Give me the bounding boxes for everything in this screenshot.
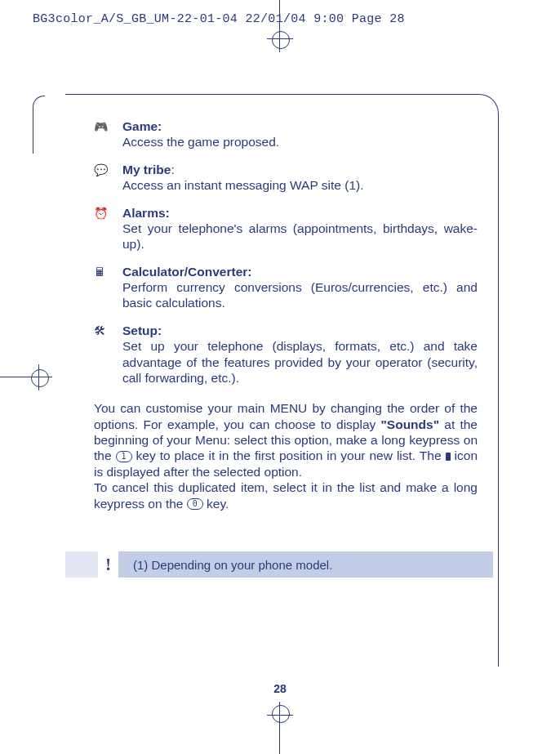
item-title: My tribe bbox=[122, 163, 171, 176]
key-0-icon: 0 bbox=[187, 498, 203, 510]
item-title: Setup: bbox=[122, 323, 162, 337]
title-suffix: : bbox=[171, 163, 174, 176]
key-1-icon: 1 bbox=[116, 451, 132, 462]
menu-item-setup: 🛠 Setup: Set up your telephone (displays… bbox=[94, 323, 478, 386]
page-edge-curve bbox=[33, 96, 45, 154]
crop-mark-bottom bbox=[256, 697, 304, 754]
item-desc: Set up your telephone (displays, formats… bbox=[122, 339, 478, 385]
page-number: 28 bbox=[0, 682, 560, 695]
calculator-icon: 🖩 bbox=[94, 264, 122, 280]
item-desc: Set your telephone's alarms (appointment… bbox=[122, 221, 478, 251]
menu-item-mytribe: 💬 My tribe: Access an instant messaging … bbox=[94, 162, 478, 194]
print-header: BG3color_A/S_GB_UM-22-01-04 22/01/04 9:0… bbox=[33, 12, 405, 26]
content-area: 🎮 Game: Access the game proposed. 💬 My t… bbox=[94, 118, 478, 511]
footnote-bar: ! (1) Depending on your phone model. bbox=[65, 551, 493, 578]
crop-mark-top bbox=[256, 0, 304, 57]
item-desc: Perform currency conversions (Euros/curr… bbox=[122, 280, 478, 310]
sounds-bold: "Sounds" bbox=[381, 417, 440, 431]
para-text: key. bbox=[203, 497, 229, 511]
game-icon: 🎮 bbox=[94, 118, 122, 135]
para-text: key to place it in the first position in… bbox=[132, 448, 446, 462]
menu-item-calculator: 🖩 Calculator/Converter: Perform currency… bbox=[94, 264, 478, 311]
customise-paragraph: You can customise your main MENU by chan… bbox=[94, 400, 478, 511]
footnote-pale-block bbox=[65, 551, 98, 578]
crop-mark-left bbox=[0, 353, 57, 402]
item-desc: Access the game proposed. bbox=[122, 135, 279, 149]
alarms-icon: ⏰ bbox=[94, 205, 122, 221]
footnote-text: (1) Depending on your phone model. bbox=[133, 558, 332, 572]
item-title: Game: bbox=[122, 119, 162, 133]
exclamation-icon: ! bbox=[98, 551, 118, 578]
mytribe-icon: 💬 bbox=[94, 162, 122, 178]
menu-item-alarms: ⏰ Alarms: Set your telephone's alarms (a… bbox=[94, 205, 478, 252]
item-title: Calculator/Converter: bbox=[122, 265, 251, 279]
setup-icon: 🛠 bbox=[94, 323, 122, 339]
item-desc: Access an instant messaging WAP site (1)… bbox=[122, 178, 363, 192]
menu-item-game: 🎮 Game: Access the game proposed. bbox=[94, 118, 478, 150]
para-text: To cancel this duplicated item, select i… bbox=[94, 480, 478, 510]
item-title: Alarms: bbox=[122, 206, 170, 220]
